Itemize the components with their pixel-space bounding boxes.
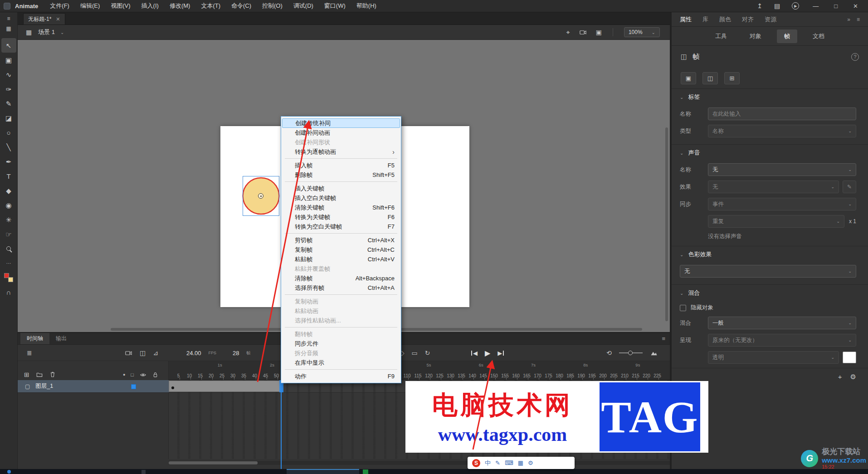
context-menu-item[interactable]: 插入空白关键帧: [282, 193, 400, 203]
paint-bucket-tool[interactable]: ◆: [1, 183, 16, 198]
context-menu-item[interactable]: 复制帧Ctrl+Alt+C: [282, 245, 400, 254]
pen-tool[interactable]: ✒: [1, 154, 16, 169]
zoom-select[interactable]: 100% ⌄: [624, 27, 660, 37]
context-menu-item[interactable]: 删除帧Shift+F5: [282, 170, 400, 180]
context-menu-item[interactable]: 粘贴帧Ctrl+Alt+V: [282, 254, 400, 264]
tab-output[interactable]: 输出: [49, 333, 73, 344]
sound-section-header[interactable]: ⌄ 声音: [672, 145, 868, 161]
onion-skin-outline-icon[interactable]: [650, 350, 658, 357]
ime-logo-icon[interactable]: S: [472, 459, 480, 467]
panel-options-icon[interactable]: ≡: [857, 16, 860, 23]
tab-color[interactable]: 颜色: [719, 15, 731, 24]
context-menu-item[interactable]: 插入帧F5: [282, 161, 400, 170]
layer-name[interactable]: 图层_1: [35, 382, 53, 390]
camera-icon[interactable]: [579, 29, 587, 36]
delete-layer-icon[interactable]: [49, 371, 56, 378]
more-tools[interactable]: ···: [1, 256, 16, 270]
frame-rate-value[interactable]: 24.00: [186, 350, 201, 357]
eyedropper-tool[interactable]: ◉: [1, 198, 16, 212]
step-back-button[interactable]: ◀: [471, 350, 478, 357]
tab-assets[interactable]: 资源: [765, 15, 776, 24]
transform-point-icon[interactable]: [258, 193, 263, 199]
close-button[interactable]: ✕: [851, 3, 860, 10]
taskbar[interactable]: [0, 469, 868, 474]
mode-tab-document[interactable]: 文档: [805, 29, 832, 43]
blending-header[interactable]: ⌄ 混合: [672, 285, 868, 301]
toolbar-grid-icon[interactable]: ▦: [6, 25, 11, 32]
onion-skin-slider[interactable]: [619, 352, 643, 353]
color-effect-header[interactable]: ⌄ 色彩效果: [672, 246, 868, 263]
zoom-tool[interactable]: [1, 241, 16, 256]
text-tool[interactable]: T: [1, 169, 16, 183]
lock-column-icon[interactable]: [152, 371, 158, 378]
menubar-item[interactable]: 调试(D): [288, 0, 319, 12]
minimize-button[interactable]: —: [811, 3, 820, 10]
context-menu-item[interactable]: 选择所有帧Ctrl+Alt+A: [282, 283, 400, 293]
sound-repeat-count[interactable]: x 1: [849, 218, 856, 225]
menubar-item[interactable]: 插入(I): [136, 0, 164, 12]
ime-language-mode[interactable]: 中: [485, 460, 491, 466]
alpha-select[interactable]: 透明 ⌄: [708, 351, 839, 364]
context-menu-item[interactable]: 清除关键帧Shift+F6: [282, 203, 400, 212]
menubar-item[interactable]: 视图(V): [105, 0, 136, 12]
mode-tab-tools[interactable]: 工具: [708, 29, 734, 43]
blend-mode-select[interactable]: 一般 ⌄: [708, 317, 856, 329]
timeline-ruler[interactable]: 5101520253035404550556065707580859095100…: [169, 361, 670, 380]
context-menu-item[interactable]: 创建补间动画: [282, 128, 400, 137]
taskbar-icon[interactable]: [141, 470, 146, 474]
tab-align[interactable]: 对齐: [742, 15, 754, 24]
advanced-layers-icon[interactable]: ◫: [140, 350, 146, 356]
ime-keyboard-icon[interactable]: ⌨: [505, 460, 513, 466]
edit-sound-envelope-button[interactable]: ✎: [843, 181, 856, 193]
scene-chevron-icon[interactable]: ⌄: [60, 30, 64, 35]
context-menu-item[interactable]: 同步元件: [282, 339, 400, 348]
context-menu-item[interactable]: 在库中显示: [282, 358, 400, 367]
insert-blank-keyframe-button[interactable]: ◫: [702, 72, 718, 84]
step-forward-button[interactable]: ▶: [497, 350, 504, 357]
scrollbar-thumb[interactable]: [169, 461, 258, 464]
sound-name-select[interactable]: 无 ⌄: [708, 163, 856, 176]
label-name-input[interactable]: [708, 108, 856, 120]
layers-panel-icon[interactable]: ≣: [27, 350, 32, 356]
filter-options-icon[interactable]: ⚙: [850, 373, 856, 381]
menubar-item[interactable]: 文件(F): [44, 0, 75, 12]
close-tab-icon[interactable]: ✕: [56, 16, 60, 22]
tab-timeline[interactable]: 时间轴: [20, 333, 49, 344]
loop-range-icon[interactable]: ⟲: [606, 350, 612, 356]
tab-library[interactable]: 库: [702, 15, 708, 24]
classic-brush-tool[interactable]: ✎: [1, 96, 16, 111]
taskbar-icon-green[interactable]: [363, 469, 368, 474]
edit-scene-icon[interactable]: ▦: [26, 29, 32, 36]
outline-column-icon[interactable]: □: [131, 372, 134, 377]
mode-tab-object[interactable]: 对象: [742, 29, 769, 43]
timeline-menu-icon[interactable]: ≡: [662, 335, 665, 342]
center-frame-icon[interactable]: ⌖: [566, 29, 570, 35]
visibility-column-icon[interactable]: [139, 372, 147, 378]
maximize-button[interactable]: □: [832, 3, 839, 10]
document-tab[interactable]: 无标题-1* ✕: [23, 13, 65, 24]
clip-content-icon[interactable]: ▣: [596, 29, 602, 35]
start-button-icon[interactable]: [7, 470, 11, 474]
label-type-select[interactable]: 名称 ⌄: [708, 125, 856, 137]
panel-menu-icon[interactable]: ≡: [7, 15, 10, 22]
context-menu-item[interactable]: 插入关键帧: [282, 184, 400, 193]
context-menu-item[interactable]: 转换为逐帧动画›: [282, 147, 400, 156]
app-name[interactable]: Animate: [15, 3, 38, 10]
mode-tab-frame[interactable]: 帧: [777, 29, 797, 43]
tab-properties[interactable]: 属性: [680, 15, 692, 24]
new-layer-icon[interactable]: ⊞: [24, 371, 29, 378]
sound-effect-select[interactable]: 无 ⌄: [708, 181, 839, 193]
menubar-item[interactable]: 帮助(H): [351, 0, 382, 12]
taskbar-active-app[interactable]: [287, 469, 359, 474]
scene-name[interactable]: 场景 1: [38, 28, 55, 36]
menubar-item[interactable]: 修改(M): [164, 0, 196, 12]
context-menu-item[interactable]: 清除帧Alt+Backspace: [282, 274, 400, 283]
context-menu-item[interactable]: 剪切帧Ctrl+Alt+X: [282, 235, 400, 245]
slider-knob[interactable]: [628, 351, 633, 355]
fluid-brush-tool[interactable]: ✑: [1, 82, 16, 96]
context-menu-item[interactable]: 创建传统补间: [282, 118, 400, 128]
line-tool[interactable]: ╲: [1, 140, 16, 154]
new-folder-icon[interactable]: [36, 371, 43, 378]
color-effect-select[interactable]: 无 ⌄: [680, 265, 856, 278]
hide-object-checkbox[interactable]: [680, 305, 686, 311]
